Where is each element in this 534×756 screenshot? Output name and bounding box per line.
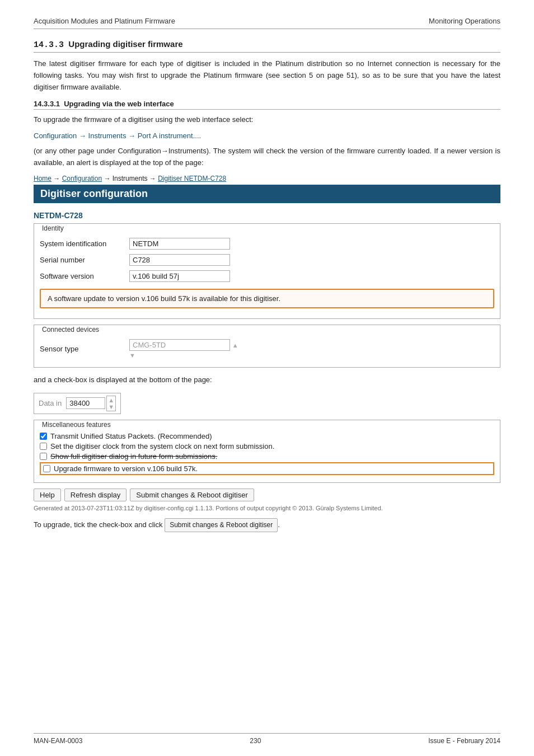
checkbox-row-dialog: Show full digitiser dialog in future for… bbox=[40, 452, 494, 461]
intro-paragraph: The latest digitiser firmware for each t… bbox=[34, 58, 500, 93]
sensor-type-input[interactable] bbox=[129, 339, 230, 351]
transmit-checkbox[interactable] bbox=[40, 433, 47, 440]
field-label-software: Software version bbox=[40, 268, 129, 284]
field-value-software bbox=[129, 268, 235, 284]
connected-devices-legend: Connected devices bbox=[39, 326, 102, 334]
section-heading: 14.3.3 Upgrading digitiser firmware bbox=[34, 39, 500, 53]
identity-fieldset: Identity System identification Serial nu… bbox=[34, 223, 500, 319]
bottom-submit-btn[interactable]: Submit changes & Reboot digitiser bbox=[165, 518, 278, 532]
header-left: Acquisition Modules and Platinum Firmwar… bbox=[34, 17, 175, 25]
generated-line: Generated at 2013-07-23T11:03:11Z by dig… bbox=[34, 505, 500, 511]
identity-table: System identification Serial number Soft… bbox=[40, 236, 235, 284]
misc-features-legend: Miscellaneous features bbox=[39, 421, 114, 429]
identity-legend: Identity bbox=[39, 224, 67, 232]
sub-section-heading: 14.3.3.1 Upgrading via the web interface bbox=[34, 100, 500, 110]
upgrade-label: Upgrade firmware to version v.106 build … bbox=[54, 464, 198, 473]
checkbox-row-clock: Set the digitiser clock from the system … bbox=[40, 442, 494, 450]
footer-left: MAN-EAM-0003 bbox=[34, 737, 82, 745]
config-path[interactable]: Configuration → Instruments → Port A ins… bbox=[34, 132, 500, 140]
upgrade-checkbox[interactable] bbox=[43, 465, 50, 472]
bottom-text-prefix: To upgrade, tick the check-box and click bbox=[34, 520, 163, 529]
table-row: Serial number bbox=[40, 252, 235, 268]
breadcrumb-instruments: Instruments bbox=[113, 175, 148, 182]
table-row: Sensor type ▲▼ bbox=[40, 337, 243, 361]
section-number: 14.3.3 bbox=[34, 40, 64, 50]
device-heading: NETDM-C728 bbox=[34, 211, 500, 220]
data-in-input[interactable] bbox=[66, 397, 105, 409]
dialog-label: Show full digitiser dialog in future for… bbox=[50, 452, 217, 461]
data-in-row: Data in ▲▼ bbox=[34, 393, 121, 414]
software-version-input[interactable] bbox=[129, 270, 230, 282]
connected-devices-inner: Sensor type ▲▼ bbox=[34, 334, 500, 367]
identity-inner: System identification Serial number Soft… bbox=[34, 232, 500, 318]
page-footer: MAN-EAM-0003 230 Issue E - February 2014 bbox=[34, 733, 500, 745]
table-row: Software version bbox=[40, 268, 235, 284]
sub-section-number: 14.3.3.1 bbox=[34, 100, 60, 108]
misc-features-box: Miscellaneous features Transmit Unified … bbox=[34, 420, 500, 483]
help-button[interactable]: Help bbox=[34, 489, 61, 501]
web-interface-text: To upgrade the firmware of a digitiser u… bbox=[34, 114, 500, 126]
breadcrumb-device[interactable]: Digitiser NETDM-C728 bbox=[158, 175, 226, 182]
serial-number-input[interactable] bbox=[129, 254, 230, 266]
software-update-alert: A software update to version v.106 build… bbox=[40, 289, 494, 308]
header-right: Monitoring Operations bbox=[429, 17, 500, 25]
firmware-upgrade-row: Upgrade firmware to version v.106 build … bbox=[40, 462, 494, 475]
misc-features-inner: Transmit Unified Status Packets. (Recomm… bbox=[34, 429, 500, 482]
sensor-type-value: ▲▼ bbox=[129, 337, 243, 361]
submit-button[interactable]: Submit changes & Reboot digitiser bbox=[130, 489, 254, 501]
data-in-spinner[interactable]: ▲▼ bbox=[106, 396, 116, 411]
bottom-text: To upgrade, tick the check-box and click… bbox=[34, 518, 500, 532]
table-row: System identification bbox=[40, 236, 235, 252]
data-in-label: Data in bbox=[39, 399, 62, 407]
page: Acquisition Modules and Platinum Firmwar… bbox=[0, 0, 534, 756]
breadcrumb: Home → Configuration → Instruments → Dig… bbox=[34, 175, 500, 182]
config-path-link[interactable]: Configuration → Instruments → Port A ins… bbox=[34, 132, 201, 140]
after-config-text: (or any other page under Configuration→I… bbox=[34, 145, 500, 169]
page-header: Acquisition Modules and Platinum Firmwar… bbox=[34, 17, 500, 29]
field-value-system-id bbox=[129, 236, 235, 252]
refresh-button[interactable]: Refresh display bbox=[64, 489, 127, 501]
section-title: Upgrading digitiser firmware bbox=[68, 39, 182, 49]
system-id-input[interactable] bbox=[129, 238, 230, 250]
clock-checkbox[interactable] bbox=[40, 443, 47, 450]
checkbox-row-transmit: Transmit Unified Status Packets. (Recomm… bbox=[40, 432, 494, 440]
dialog-checkbox[interactable] bbox=[40, 453, 47, 460]
transmit-label: Transmit Unified Status Packets. (Recomm… bbox=[50, 432, 212, 440]
clock-label: Set the digitiser clock from the system … bbox=[50, 442, 274, 450]
field-label-serial: Serial number bbox=[40, 252, 129, 268]
button-bar: Help Refresh display Submit changes & Re… bbox=[34, 489, 500, 501]
connected-devices-fieldset: Connected devices Sensor type ▲▼ bbox=[34, 325, 500, 368]
breadcrumb-arrow2: → bbox=[104, 175, 112, 182]
bottom-text-suffix: . bbox=[278, 520, 280, 529]
mid-text: and a check-box is displayed at the bott… bbox=[34, 374, 500, 386]
field-value-serial bbox=[129, 252, 235, 268]
footer-center: 230 bbox=[250, 737, 261, 745]
connected-devices-table: Sensor type ▲▼ bbox=[40, 337, 243, 361]
breadcrumb-arrow3: → bbox=[149, 175, 158, 182]
breadcrumb-home[interactable]: Home bbox=[34, 175, 51, 182]
field-label-system-id: System identification bbox=[40, 236, 129, 252]
breadcrumb-arrow1: → bbox=[53, 175, 62, 182]
sensor-type-label: Sensor type bbox=[40, 337, 129, 361]
footer-right: Issue E - February 2014 bbox=[428, 737, 500, 745]
breadcrumb-config[interactable]: Configuration bbox=[62, 175, 102, 182]
page-title: Digitiser configuration bbox=[34, 185, 500, 203]
sub-section-title: Upgrading via the web interface bbox=[64, 100, 174, 108]
